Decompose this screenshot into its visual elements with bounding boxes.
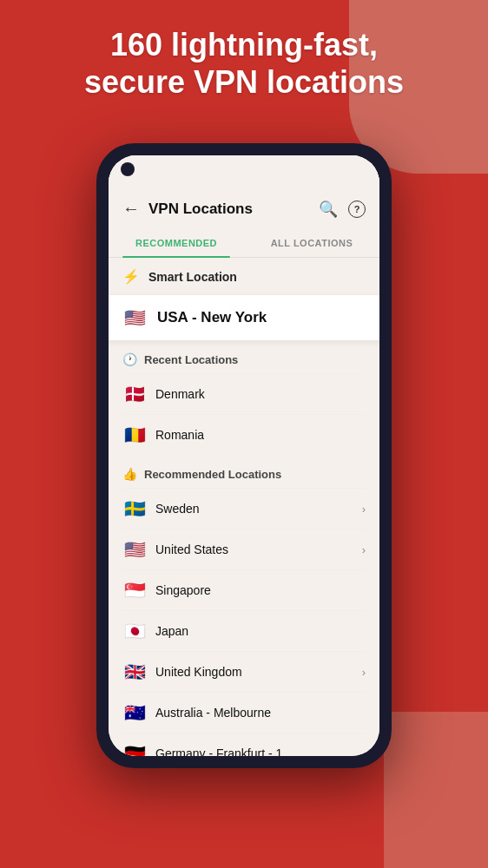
flag-romania: 🇷🇴 (122, 424, 147, 445)
flag-australia: 🇦🇺 (122, 702, 147, 723)
bg-decoration-bottom-right (384, 712, 488, 868)
location-denmark[interactable]: 🇩🇰 Denmark (122, 373, 366, 414)
name-australia: Australia - Melbourne (155, 706, 366, 720)
phone-camera (121, 162, 135, 176)
phone-mockup: ← VPN Locations 🔍 ? RECOMMENDED ALL LOCA… (96, 143, 392, 768)
flag-united-states: 🇺🇸 (122, 539, 147, 560)
name-denmark: Denmark (155, 387, 366, 401)
tab-bar: RECOMMENDED ALL LOCATIONS (109, 229, 379, 258)
recommended-label: Recommended Locations (144, 468, 281, 481)
locations-list: 🕐 Recent Locations 🇩🇰 Denmark 🇷🇴 Romania… (109, 340, 379, 756)
header-section: 160 lightning-fast, secure VPN locations (0, 26, 488, 101)
search-button[interactable]: 🔍 (319, 200, 338, 219)
chevron-uk: › (362, 666, 366, 679)
chevron-united-states: › (362, 543, 366, 556)
name-japan: Japan (155, 624, 366, 638)
smart-location-label: Smart Location (148, 270, 237, 284)
smart-location-row[interactable]: ⚡ Smart Location (109, 258, 379, 295)
flag-sweden: 🇸🇪 (122, 498, 147, 519)
selected-flag: 🇺🇸 (122, 307, 147, 328)
flag-singapore: 🇸🇬 (122, 580, 147, 601)
location-japan[interactable]: 🇯🇵 Japan (122, 610, 366, 651)
location-sweden[interactable]: 🇸🇪 Sweden › (122, 488, 366, 529)
selected-location-row[interactable]: 🇺🇸 USA - New York (109, 295, 379, 340)
recent-icon: 🕐 (122, 352, 137, 366)
location-romania[interactable]: 🇷🇴 Romania (122, 414, 366, 455)
name-sweden: Sweden (155, 502, 353, 516)
phone-screen: ← VPN Locations 🔍 ? RECOMMENDED ALL LOCA… (109, 155, 379, 756)
name-singapore: Singapore (155, 583, 366, 597)
flag-uk: 🇬🇧 (122, 661, 147, 682)
smart-location-icon: ⚡ (122, 268, 140, 285)
screen-title: VPN Locations (148, 201, 319, 218)
flag-germany: 🇩🇪 (122, 743, 147, 756)
location-germany[interactable]: 🇩🇪 Germany - Frankfurt - 1 (122, 733, 366, 756)
recommended-locations-header: 👍 Recommended Locations (122, 455, 366, 488)
help-button[interactable]: ? (348, 201, 366, 218)
name-romania: Romania (155, 428, 366, 442)
tab-all-locations[interactable]: ALL LOCATIONS (244, 229, 379, 257)
recent-label: Recent Locations (144, 353, 238, 366)
location-united-states[interactable]: 🇺🇸 United States › (122, 529, 366, 569)
tab-recommended[interactable]: RECOMMENDED (109, 229, 244, 257)
location-australia[interactable]: 🇦🇺 Australia - Melbourne (122, 692, 366, 733)
header-title: 160 lightning-fast, secure VPN locations (35, 26, 453, 101)
app-content: ← VPN Locations 🔍 ? RECOMMENDED ALL LOCA… (109, 155, 379, 756)
name-united-states: United States (155, 542, 353, 556)
recent-locations-header: 🕐 Recent Locations (122, 340, 366, 373)
top-bar-actions: 🔍 ? (319, 200, 366, 219)
top-bar: ← VPN Locations 🔍 ? (109, 155, 379, 229)
chevron-sweden: › (362, 503, 366, 516)
name-germany: Germany - Frankfurt - 1 (155, 746, 366, 756)
selected-location-name: USA - New York (157, 309, 267, 326)
location-singapore[interactable]: 🇸🇬 Singapore (122, 569, 366, 610)
app-background: 160 lightning-fast, secure VPN locations… (0, 0, 488, 868)
name-uk: United Kingdom (155, 665, 353, 679)
back-button[interactable]: ← (122, 199, 140, 219)
recommended-icon: 👍 (122, 467, 137, 481)
flag-japan: 🇯🇵 (122, 621, 147, 641)
flag-denmark: 🇩🇰 (122, 384, 147, 404)
location-united-kingdom[interactable]: 🇬🇧 United Kingdom › (122, 651, 366, 692)
